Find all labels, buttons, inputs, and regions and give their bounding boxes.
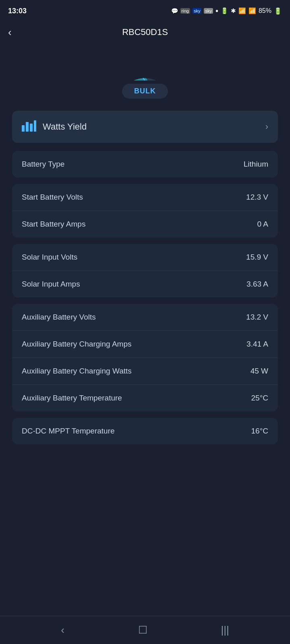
data-row: Solar Input Volts15.9 V (12, 244, 278, 270)
data-value: 16°C (251, 427, 268, 436)
back-button[interactable]: ‹ (8, 26, 12, 39)
sky-sports-icon-2: sky (204, 8, 213, 14)
data-value: Lithium (244, 160, 268, 169)
battery-icon: 🔋 (274, 7, 282, 15)
svg-rect-5 (30, 124, 33, 132)
nav-back-button[interactable]: ‹ (61, 624, 64, 636)
data-row: Battery TypeLithium (12, 151, 278, 178)
data-row: Auxiliary Battery Volts13.2 V (12, 304, 278, 330)
data-label: Solar Input Amps (22, 280, 80, 289)
battery-charging-icon: 🔋 (221, 7, 228, 14)
data-value: 45 W (251, 367, 268, 376)
data-label: Start Battery Volts (22, 193, 83, 202)
data-value: 3.63 A (246, 280, 268, 289)
data-card-2: Solar Input Volts15.9 VSolar Input Amps3… (12, 244, 278, 297)
status-time: 13:03 (8, 7, 27, 15)
bottom-nav: ‹ ☐ ||| (0, 616, 290, 644)
bulk-status: BULK (134, 87, 156, 95)
wifi-icon: 📶 (238, 7, 246, 14)
data-row: Auxiliary Battery Charging Amps3.41 A (12, 330, 278, 357)
data-label: Solar Input Volts (22, 253, 77, 262)
nav-home-button[interactable]: ☐ (138, 624, 147, 636)
watts-yield-card[interactable]: Watts Yield › (12, 111, 278, 143)
data-value: 13.2 V (246, 313, 268, 322)
data-card-4: DC-DC MPPT Temperature16°C (12, 418, 278, 444)
gauge-arc (113, 48, 177, 80)
svg-rect-6 (34, 120, 36, 132)
watts-yield-label: Watts Yield (43, 122, 87, 132)
data-label: Start Battery Amps (22, 220, 85, 229)
bar-chart-icon (22, 119, 36, 135)
dot-icon: • (215, 6, 218, 16)
data-label: DC-DC MPPT Temperature (22, 427, 115, 436)
data-label: Auxiliary Battery Charging Watts (22, 367, 132, 376)
svg-rect-3 (22, 125, 25, 132)
status-bar: 13:03 💬 ring sky sky • 🔋 ✱ 📶 📶 85% 🔋 (0, 0, 290, 20)
device-title: RBC50D1S (122, 27, 168, 37)
data-value: 0 A (257, 220, 268, 229)
gauge-area: BULK (0, 44, 290, 107)
data-value: 3.41 A (246, 340, 268, 349)
sky-sports-icon-1: sky (193, 8, 202, 14)
top-nav: ‹ RBC50D1S (0, 20, 290, 44)
data-label: Battery Type (22, 160, 64, 169)
data-card-3: Auxiliary Battery Volts13.2 VAuxiliary B… (12, 304, 278, 411)
whatsapp-icon: 💬 (171, 8, 178, 14)
battery-percent: 85% (259, 7, 271, 14)
data-row: DC-DC MPPT Temperature16°C (12, 418, 278, 444)
data-row: Solar Input Amps3.63 A (12, 270, 278, 297)
data-value: 25°C (251, 394, 268, 402)
signal-icon: 📶 (249, 7, 256, 14)
data-value: 12.3 V (246, 193, 268, 202)
nav-recents-button[interactable]: ||| (221, 624, 229, 636)
data-label: Auxiliary Battery Volts (22, 313, 96, 322)
svg-rect-4 (26, 122, 29, 132)
data-label: Auxiliary Battery Charging Amps (22, 340, 131, 349)
data-value: 15.9 V (246, 253, 268, 262)
data-row: Auxiliary Battery Temperature25°C (12, 384, 278, 411)
status-icons: 💬 ring sky sky • 🔋 ✱ 📶 📶 85% 🔋 (171, 6, 282, 16)
data-card-0: Battery TypeLithium (12, 151, 278, 178)
data-row: Auxiliary Battery Charging Watts45 W (12, 357, 278, 384)
data-row: Start Battery Volts12.3 V (12, 184, 278, 211)
data-row: Start Battery Amps0 A (12, 211, 278, 237)
chevron-right-icon: › (265, 122, 268, 132)
data-label: Auxiliary Battery Temperature (22, 394, 122, 402)
data-card-1: Start Battery Volts12.3 VStart Battery A… (12, 184, 278, 237)
bluetooth-icon: ✱ (231, 7, 236, 14)
data-groups-container: Battery TypeLithiumStart Battery Volts12… (12, 151, 278, 444)
watts-yield-left: Watts Yield (22, 119, 87, 135)
main-content: Watts Yield › Battery TypeLithiumStart B… (0, 107, 290, 616)
ring-icon: ring (180, 8, 190, 14)
bulk-badge: BULK (122, 84, 168, 99)
